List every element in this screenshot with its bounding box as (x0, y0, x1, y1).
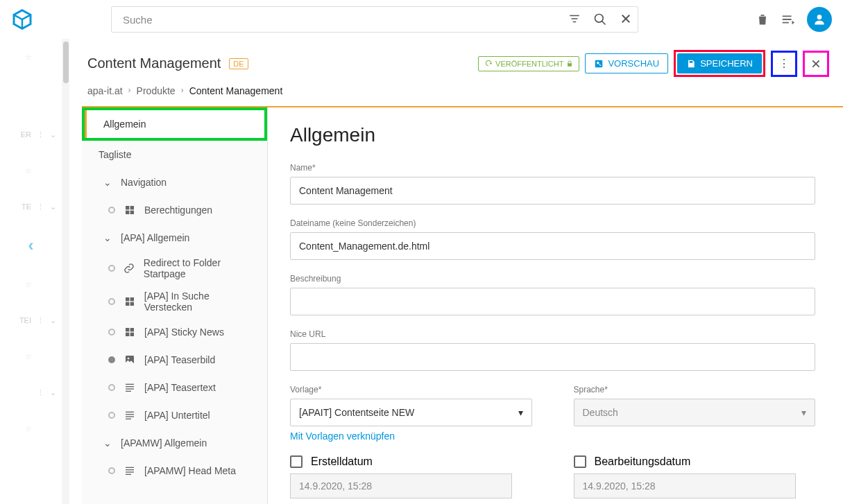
svg-point-5 (817, 15, 822, 19)
template-link[interactable]: Mit Vorlagen verknüpfen (290, 431, 532, 442)
tree-item[interactable]: [APA] In Suche Verstecken (82, 285, 267, 318)
form-heading: Allgemein (290, 124, 815, 146)
more-menu-icon[interactable]: ⋮ (773, 53, 795, 75)
filename-input[interactable] (290, 232, 815, 260)
breadcrumb: apa-it.at › Produkte › Content Managemen… (62, 82, 843, 106)
field-label: Name* (290, 163, 815, 173)
svg-point-24 (128, 358, 130, 360)
svg-point-7 (597, 62, 600, 64)
svg-rect-21 (126, 333, 129, 336)
template-select[interactable]: [APAIT] Contentseite NEW ▾ (290, 399, 532, 426)
svg-rect-27 (126, 388, 134, 389)
svg-rect-20 (130, 328, 134, 331)
tree-item-allgemein[interactable]: Allgemein (85, 110, 264, 138)
svg-rect-22 (130, 333, 134, 336)
main-panel: Content Management DE VERÖFFENTLICHT VOR… (62, 39, 843, 504)
tree-item[interactable]: [APA] Teasertext (82, 374, 267, 401)
svg-rect-13 (126, 211, 129, 214)
side-tree: Allgemein Tagliste ⌄Navigation Berechtig… (82, 107, 268, 504)
svg-rect-16 (130, 297, 134, 301)
svg-line-2 (602, 21, 606, 25)
chevron-down-icon: ▾ (518, 407, 523, 418)
tree-item[interactable]: Berechtigungen (82, 196, 267, 224)
svg-rect-19 (126, 328, 129, 331)
form-area: Allgemein Name* Dateiname (keine Sonderz… (268, 107, 843, 504)
language-select: Deutsch ▾ (574, 399, 816, 426)
search-input[interactable] (123, 14, 568, 26)
svg-rect-31 (126, 416, 134, 417)
field-label: Erstelldatum (311, 455, 373, 468)
breadcrumb-item: Content Management (189, 85, 283, 96)
close-icon[interactable] (805, 53, 827, 75)
svg-rect-17 (126, 302, 129, 306)
svg-rect-35 (126, 471, 134, 472)
svg-rect-11 (126, 206, 129, 209)
chevron-down-icon: ▾ (801, 407, 806, 418)
lang-badge: DE (229, 58, 248, 69)
page-title: Content Management (87, 55, 221, 71)
filter-icon[interactable] (568, 12, 581, 26)
status-badge: VERÖFFENTLICHT (478, 56, 579, 71)
edited-checkbox[interactable] (574, 455, 586, 468)
tree-item[interactable]: [APAMW] Head Meta (82, 457, 267, 485)
search-icon[interactable] (593, 12, 607, 26)
field-label: Beschreibung (290, 274, 815, 284)
tree-item[interactable]: Redirect to Folder Startpage (82, 252, 267, 285)
svg-rect-34 (126, 469, 134, 470)
description-input[interactable] (290, 288, 815, 315)
left-rail: ☆ ER⋮⌄ ☆ TE⋮⌄ ‹ ☆ TEI⋮⌄ ☆ ⋮⌄ ☆ (0, 39, 62, 504)
tree-item[interactable]: [APA] Untertitel (82, 401, 267, 429)
svg-rect-28 (126, 391, 131, 392)
svg-rect-32 (126, 419, 131, 419)
tree-item[interactable]: [APA] Teaserbild (82, 346, 267, 374)
collapse-rail-icon[interactable]: ‹ (0, 225, 62, 266)
avatar[interactable] (807, 7, 832, 32)
tree-item[interactable]: [APA] Sticky News (82, 318, 267, 346)
search-bar (111, 6, 638, 33)
field-label: Bearbeitungsdatum (595, 455, 691, 468)
field-label: Sprache* (574, 385, 816, 394)
created-date: 14.9.2020, 15:28 (290, 473, 512, 498)
svg-rect-29 (126, 412, 134, 412)
page-header: Content Management DE VERÖFFENTLICHT VOR… (62, 39, 843, 82)
svg-rect-15 (126, 297, 129, 301)
save-button[interactable]: SPEICHERN (677, 53, 762, 73)
breadcrumb-item[interactable]: Produkte (137, 85, 176, 96)
tree-item[interactable]: ⌄Navigation (82, 168, 267, 196)
niceurl-input[interactable] (290, 343, 815, 371)
svg-rect-12 (130, 206, 134, 209)
topbar (0, 0, 843, 39)
tree-item[interactable]: ⌄[APA] Allgemein (82, 224, 267, 252)
svg-rect-30 (126, 414, 134, 415)
svg-rect-36 (126, 474, 131, 475)
preview-button[interactable]: VORSCHAU (585, 53, 668, 73)
app-logo (11, 8, 33, 31)
created-checkbox[interactable] (290, 455, 303, 468)
svg-rect-25 (126, 384, 134, 385)
field-label: Dateiname (keine Sonderzeichen) (290, 218, 815, 228)
svg-rect-33 (126, 467, 134, 468)
field-label: Vorlage* (290, 385, 532, 394)
breadcrumb-item[interactable]: apa-it.at (87, 85, 123, 96)
queue-icon[interactable] (781, 12, 796, 27)
svg-rect-26 (126, 386, 134, 387)
name-input[interactable] (290, 177, 815, 205)
svg-rect-18 (130, 302, 134, 306)
svg-point-1 (595, 15, 604, 23)
tree-item[interactable]: ⌄[APAMW] Allgemein (82, 429, 267, 457)
clear-search-icon[interactable] (620, 12, 632, 26)
edited-date: 14.9.2020, 15:28 (574, 473, 796, 498)
field-label: Nice URL (290, 329, 815, 339)
trash-icon[interactable] (756, 12, 769, 26)
svg-rect-14 (130, 211, 134, 214)
tree-item[interactable]: Tagliste (82, 141, 267, 168)
